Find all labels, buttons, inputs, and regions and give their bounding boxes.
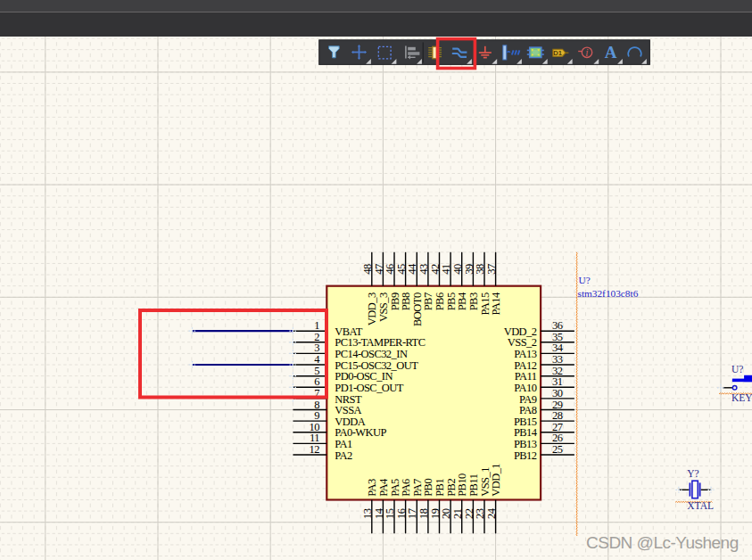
svg-text:KEY: KEY xyxy=(731,392,752,403)
svg-text:CSDN @Lc-Yusheng: CSDN @Lc-Yusheng xyxy=(586,533,739,552)
svg-text:PA2: PA2 xyxy=(335,449,352,462)
svg-text:PB12: PB12 xyxy=(514,449,537,462)
svg-text:Y?: Y? xyxy=(687,468,698,479)
svg-text:25: 25 xyxy=(552,443,563,456)
svg-text:D1: D1 xyxy=(553,49,562,57)
svg-text:PA14: PA14 xyxy=(490,292,502,315)
svg-text:i: i xyxy=(585,46,588,59)
svg-text:24: 24 xyxy=(485,507,498,519)
svg-text:12: 12 xyxy=(310,443,320,456)
svg-text:VDD_1: VDD_1 xyxy=(490,464,502,497)
svg-text:U?: U? xyxy=(579,275,591,285)
svg-text:stm32f103c8t6: stm32f103c8t6 xyxy=(578,288,639,299)
svg-text:37: 37 xyxy=(485,264,498,275)
svg-text:A: A xyxy=(605,43,617,62)
svg-text:U?: U? xyxy=(731,364,743,375)
svg-text:XTAL: XTAL xyxy=(687,500,714,511)
